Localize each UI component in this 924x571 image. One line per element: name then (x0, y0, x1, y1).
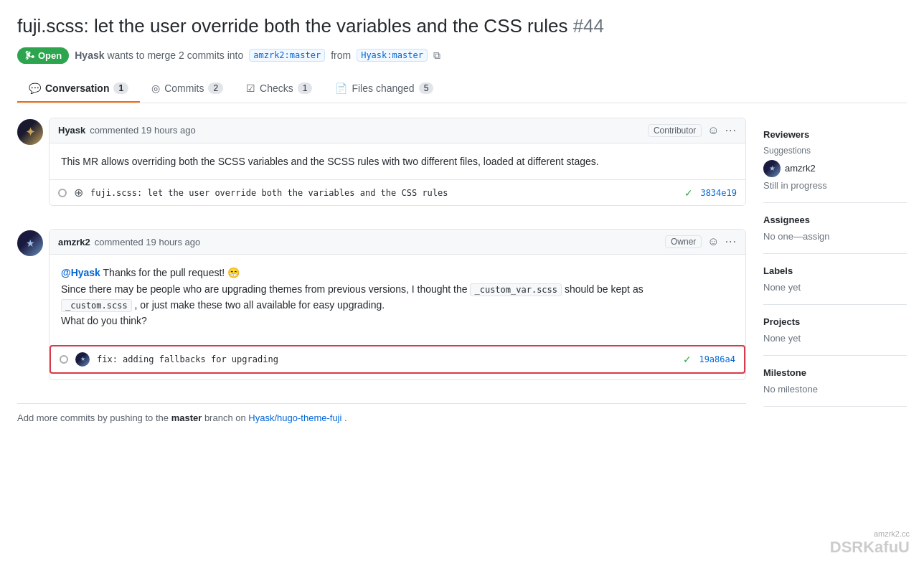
comment-block-amzrk2: amzrk2 commented 19 hours ago Owner ☺ ··… (49, 229, 746, 380)
comment-time-amzrk2: commented 19 hours ago (95, 237, 200, 247)
tab-checks-label: Checks (260, 82, 293, 94)
footer-branch: master (171, 412, 202, 423)
tab-commits[interactable]: ◎ Commits 2 (140, 75, 235, 103)
sidebar-milestone-value: No milestone (763, 384, 907, 395)
tab-files-changed[interactable]: 📄 Files changed 5 (324, 75, 445, 103)
status-text: Open (38, 50, 62, 61)
open-badge: Open (17, 47, 69, 64)
check-icon-1: ✓ (684, 187, 693, 199)
comment-row-amzrk2: ★ amzrk2 commented 19 hours ago Owner ☺ … (17, 229, 746, 392)
sidebar-reviewers-sub: Suggestions (763, 146, 907, 156)
github-icon-1: ⊕ (74, 186, 83, 199)
footer-repo-link[interactable]: Hyask/hugo-theme-fuji (248, 412, 341, 423)
commit-line-2: ★ fix: adding fallbacks for upgrading ✓ … (50, 345, 745, 374)
avatar-amzrk2: ★ (17, 230, 43, 256)
comment-time-hyask: commented 19 hours ago (90, 125, 195, 136)
reviewer-avatar: ★ (763, 160, 781, 177)
tabs-bar: 💬 Conversation 1 ◎ Commits 2 ☑ Checks 1 … (17, 75, 907, 103)
comment-text-hyask: This MR allows overriding both the SCSS … (61, 154, 734, 169)
tab-commits-count: 2 (208, 82, 223, 94)
commit-line-1: ⊕ fuji.scss: let the user override both … (50, 179, 745, 205)
comment-text-amzrk2: @Hyask Thanks for the pull request! 😁 Si… (61, 265, 734, 329)
sidebar-milestone: Milestone No milestone (763, 356, 907, 407)
target-branch[interactable]: amzrk2:master (249, 49, 325, 62)
sidebar-projects-title: Projects (763, 316, 907, 327)
comment-body-hyask: This MR allows overriding both the SCSS … (50, 143, 745, 179)
comment-row-hyask: ✦ Hyask commented 19 hours ago Contribut… (17, 118, 746, 217)
comment-text-line3: , or just make these two all available f… (135, 299, 385, 311)
commit-dot-1 (58, 189, 67, 197)
sidebar-labels: Labels None yet (763, 254, 907, 305)
more-options-amzrk2[interactable]: ··· (725, 235, 737, 248)
commit-avatar-2: ★ (75, 352, 90, 367)
comment-text-line1: Thanks for the pull request! 😁 (103, 267, 240, 278)
sidebar-milestone-title: Milestone (763, 367, 907, 378)
commit-msg-2[interactable]: fix: adding fallbacks for upgrading (97, 354, 676, 364)
comment-block-hyask: Hyask commented 19 hours ago Contributor… (49, 118, 746, 206)
reviewer-status: Still in progress (763, 180, 907, 191)
tab-files-label: Files changed (352, 82, 414, 94)
tab-conversation-count: 1 (113, 82, 128, 94)
comment-header-right-hyask: Contributor ☺ ··· (648, 124, 737, 137)
sidebar-projects-value: None yet (763, 333, 907, 344)
sidebar-projects: Projects None yet (763, 305, 907, 356)
main-content: ✦ Hyask commented 19 hours ago Contribut… (17, 118, 746, 423)
sidebar-assignees-title: Assignees (763, 214, 907, 225)
tab-checks-count: 1 (298, 82, 313, 94)
tab-conversation[interactable]: 💬 Conversation 1 (17, 75, 140, 103)
role-badge-amzrk2: Owner (665, 235, 702, 248)
comment-header-hyask: Hyask commented 19 hours ago Contributor… (50, 118, 745, 143)
from-text: from (331, 49, 351, 61)
issue-number: #44 (573, 15, 604, 37)
comment-text-line2: Since there may be people who are upgrad… (61, 283, 470, 295)
main-layout: ✦ Hyask commented 19 hours ago Contribut… (17, 118, 907, 423)
tab-files-count: 5 (419, 82, 434, 94)
comment-text-line4: What do you think? (61, 315, 147, 326)
files-icon: 📄 (335, 82, 347, 94)
page-title: fuji.scss: let the user override both th… (17, 14, 907, 39)
title-text: fuji.scss: let the user override both th… (17, 15, 567, 37)
footer-note: Add more commits by pushing to the maste… (17, 403, 746, 423)
comment-body-amzrk2: @Hyask Thanks for the pull request! 😁 Si… (50, 255, 745, 339)
sidebar-reviewers-title: Reviewers (763, 129, 907, 140)
sidebar-reviewer-item: ★ amzrk2 (763, 160, 907, 177)
pr-meta: Open Hyask wants to merge 2 commits into… (17, 47, 907, 64)
copy-icon[interactable]: ⧉ (433, 49, 440, 62)
comment-header-left: Hyask commented 19 hours ago (58, 125, 196, 136)
inline-code-2: _custom.scss (61, 299, 132, 312)
avatar-hyask: ✦ (17, 119, 43, 145)
commit-msg-1[interactable]: fuji.scss: let the user override both th… (90, 188, 677, 198)
sidebar-assignees-value: No one—assign (763, 231, 907, 242)
commit-hash-2[interactable]: 19a86a4 (699, 354, 735, 364)
comment-header-left-amzrk2: amzrk2 commented 19 hours ago (58, 237, 200, 247)
comment-author-amzrk2[interactable]: amzrk2 (58, 237, 90, 247)
commit-hash-1[interactable]: 3834e19 (700, 188, 737, 198)
sidebar-assignees: Assignees No one—assign (763, 203, 907, 254)
reviewer-name[interactable]: amzrk2 (785, 163, 816, 174)
sidebar-labels-value: None yet (763, 282, 907, 293)
pr-author: Hyask wants to merge 2 commits into (75, 49, 243, 61)
comment-text-line2b: should be kept as (565, 283, 644, 295)
tab-checks[interactable]: ☑ Checks 1 (235, 75, 324, 103)
sidebar-labels-title: Labels (763, 265, 907, 276)
comment-author-hyask[interactable]: Hyask (58, 125, 85, 136)
react-button-amzrk2[interactable]: ☺ (707, 235, 719, 248)
commits-icon: ◎ (151, 82, 160, 94)
inline-code-1: _custom_var.scss (470, 283, 562, 296)
commit-dot-2 (60, 355, 68, 364)
checks-icon: ☑ (246, 82, 255, 94)
merge-icon (24, 50, 34, 60)
tab-conversation-label: Conversation (45, 82, 109, 94)
footer-period: . (344, 412, 347, 423)
role-badge-hyask: Contributor (648, 124, 702, 137)
conversation-icon: 💬 (29, 82, 41, 94)
react-button-hyask[interactable]: ☺ (707, 124, 719, 137)
sidebar: Reviewers Suggestions ★ amzrk2 Still in … (763, 118, 907, 423)
more-options-hyask[interactable]: ··· (725, 124, 737, 137)
mention-hyask[interactable]: @Hyask (61, 267, 100, 278)
footer-branch-suffix: branch on (204, 412, 246, 423)
tab-commits-label: Commits (164, 82, 204, 94)
comment-header-amzrk2: amzrk2 commented 19 hours ago Owner ☺ ··… (50, 230, 745, 255)
comment-header-right-amzrk2: Owner ☺ ··· (665, 235, 737, 248)
source-branch[interactable]: Hyask:master (357, 49, 428, 62)
